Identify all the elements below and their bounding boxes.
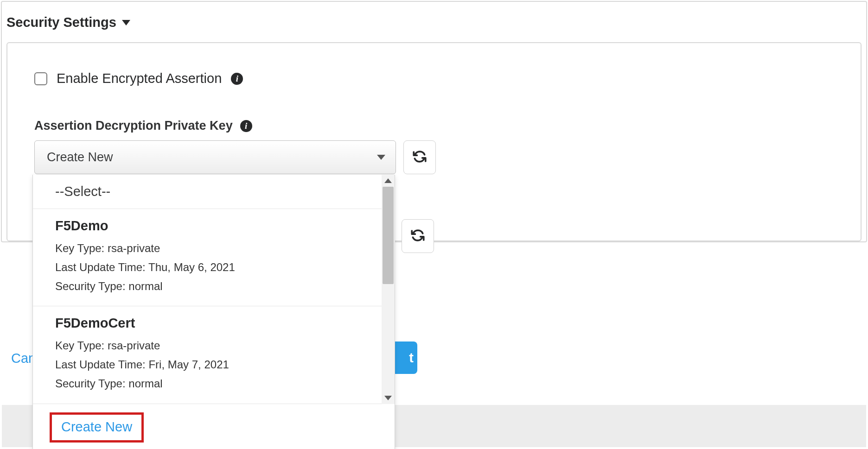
enable-encrypted-label: Enable Encrypted Assertion: [57, 71, 222, 86]
scroll-up-icon[interactable]: [382, 175, 395, 187]
enable-encrypted-checkbox[interactable]: [34, 72, 47, 85]
info-icon[interactable]: i: [240, 120, 252, 132]
private-key-label-row: Assertion Decryption Private Key i: [34, 119, 834, 133]
option-name: F5Demo: [55, 218, 372, 234]
refresh-button-2-wrapper: [402, 219, 434, 253]
private-key-select[interactable]: Create New: [34, 140, 396, 174]
info-icon[interactable]: i: [231, 73, 243, 85]
private-key-label: Assertion Decryption Private Key: [34, 119, 233, 133]
option-meta: Key Type: rsa-private Last Update Time: …: [55, 336, 372, 393]
private-key-dropdown: --Select-- F5Demo Key Type: rsa-private …: [32, 175, 395, 449]
refresh-button[interactable]: [403, 140, 436, 174]
chevron-down-icon: [377, 155, 385, 160]
refresh-button-2[interactable]: [402, 219, 434, 253]
private-key-select-row: Create New: [34, 140, 834, 174]
dropdown-scroll[interactable]: --Select-- F5Demo Key Type: rsa-private …: [33, 175, 395, 404]
scroll-down-icon[interactable]: [382, 392, 395, 404]
dropdown-placeholder[interactable]: --Select--: [33, 175, 395, 209]
enable-encrypted-row: Enable Encrypted Assertion i: [34, 71, 834, 86]
caret-down-icon: [122, 20, 130, 25]
dropdown-footer: Create New: [33, 404, 395, 449]
create-new-option[interactable]: Create New: [50, 412, 144, 443]
section-header[interactable]: Security Settings: [6, 6, 862, 42]
select-value: Create New: [47, 150, 113, 164]
section-title: Security Settings: [6, 15, 116, 30]
option-name: F5DemoCert: [55, 316, 372, 331]
refresh-icon: [410, 228, 426, 244]
option-meta: Key Type: rsa-private Last Update Time: …: [55, 239, 372, 296]
scrollbar[interactable]: [382, 175, 395, 404]
refresh-icon: [412, 150, 428, 165]
dropdown-option[interactable]: F5Demo Key Type: rsa-private Last Update…: [33, 209, 395, 306]
scroll-thumb[interactable]: [383, 187, 394, 284]
dropdown-option[interactable]: F5DemoCert Key Type: rsa-private Last Up…: [33, 306, 395, 404]
